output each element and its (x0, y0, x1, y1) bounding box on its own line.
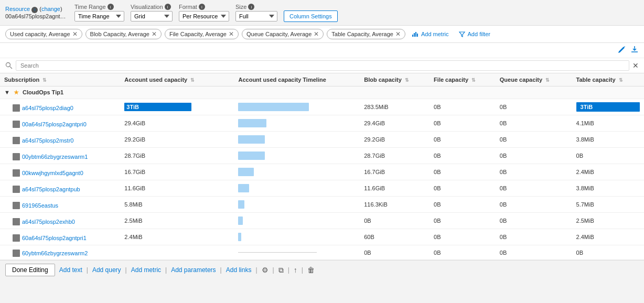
change-link[interactable]: change (41, 6, 60, 12)
filter-chip-close-1[interactable]: ✕ (152, 30, 157, 38)
cell-queue-0: 0B (496, 99, 572, 115)
sort-icon-file[interactable]: ⇅ (471, 78, 476, 83)
cell-used-capacity-val-8: 2.4MiB (120, 229, 234, 245)
resource-icon-7 (13, 218, 20, 225)
add-parameters-link[interactable]: Add parameters (171, 266, 216, 274)
resource-link-9[interactable]: 60ybtm66zbygrzeswarm2 (22, 250, 88, 256)
svg-rect-0 (412, 35, 413, 37)
filter-chip-1[interactable]: Blob Capacity, Average ✕ (85, 29, 162, 39)
resource-link-7[interactable]: a64sl75plosp2exhb0 (22, 219, 75, 225)
time-range-info-icon[interactable]: i (108, 4, 114, 10)
format-label: Format i (179, 4, 229, 10)
timeline-bar-8 (238, 232, 317, 242)
settings-icon[interactable]: ⚙ (262, 266, 269, 274)
timeline-fill-5 (238, 184, 249, 192)
cell-table-capacity-5: 3.8MiB (572, 180, 644, 197)
resource-info-icon[interactable]: i (31, 7, 38, 13)
timeline-bar-3 (238, 150, 317, 161)
add-links-link[interactable]: Add links (226, 266, 252, 274)
viz-info-icon[interactable]: i (165, 4, 171, 10)
cell-used-capacity-val-7: 2.5MiB (120, 213, 234, 229)
filter-chip-2[interactable]: File Capacity, Average ✕ (165, 29, 239, 39)
sort-icon-subscription[interactable]: ⇅ (42, 78, 47, 83)
search-icon (5, 62, 13, 69)
timeline-fill-6 (238, 200, 244, 209)
svg-rect-2 (415, 32, 416, 37)
cell-used-capacity-val-1: 29.4GiB (120, 115, 234, 132)
filter-chip-close-2[interactable]: ✕ (229, 30, 234, 38)
search-close-icon[interactable]: ✕ (632, 61, 639, 70)
resource-icon-8 (13, 234, 20, 242)
format-info-icon[interactable]: i (199, 4, 205, 10)
filter-chip-0[interactable]: Used capacity, Average ✕ (5, 29, 82, 39)
add-query-link[interactable]: Add query (92, 266, 121, 274)
move-up-icon[interactable]: ↑ (294, 266, 297, 274)
download-icon[interactable] (630, 45, 639, 56)
cell-file-9: 0B (430, 245, 496, 260)
cell-blob-7: 0B (360, 213, 430, 229)
cell-used-capacity-val-2: 29.2GiB (120, 132, 234, 148)
cell-timeline-6 (234, 197, 360, 213)
cell-subscription-1: 00a64sl75plosp2agntpri0 (0, 115, 120, 132)
time-range-select[interactable]: Time Range Last hour Last 24 hours Last … (74, 11, 124, 21)
edit-icon[interactable] (618, 45, 626, 56)
resource-icon-5 (13, 186, 20, 193)
resource-link-0[interactable]: a64sl75plosp2diag0 (22, 105, 73, 111)
sort-icon-queue[interactable]: ⇅ (545, 78, 550, 83)
cell-used-capacity-val-9 (120, 245, 234, 260)
search-input[interactable] (16, 60, 629, 71)
done-editing-button[interactable]: Done Editing (5, 264, 55, 276)
visualization-select[interactable]: Grid Chart Table (131, 11, 173, 21)
resource-link-4[interactable]: 00kwwjhgymlxd5gagnt0 (22, 170, 83, 176)
filter-chip-close-4[interactable]: ✕ (395, 30, 401, 38)
cell-blob-4: 16.7GiB (360, 164, 430, 180)
cell-subscription-3: 00ybtm66zbygrzeswarm1 (0, 148, 120, 164)
visualization-group: Visualization i Grid Chart Table (131, 4, 173, 21)
resource-value: 00a64sl75plosp2agntpri... (5, 13, 68, 19)
resource-link-1[interactable]: 00a64sl75plosp2agntpri0 (22, 121, 87, 127)
size-select[interactable]: Full Medium Small (235, 11, 277, 21)
bottom-bar: Done Editing Add text | Add query | Add … (0, 260, 644, 279)
cell-blob-3: 28.7GiB (360, 148, 430, 164)
add-text-link[interactable]: Add text (59, 266, 82, 274)
timeline-fill-7 (238, 217, 243, 225)
sort-icon-blob[interactable]: ⇅ (405, 78, 409, 83)
resource-link-6[interactable]: 691965eastus (22, 202, 58, 209)
cell-file-2: 0B (430, 132, 496, 148)
add-metric-button[interactable]: Add metric (409, 29, 452, 39)
cell-queue-1: 0B (496, 115, 572, 132)
copy-icon[interactable]: ⧉ (278, 266, 284, 275)
cell-table-capacity-4: 2.4MiB (572, 164, 644, 180)
format-select[interactable]: Per Resource Total Percentage (179, 11, 229, 21)
resource-link-5[interactable]: a64sl75plosp2agntpub (22, 186, 80, 192)
group-cell: ▼ ★ CloudOps Tip1 (0, 86, 644, 99)
column-settings-button[interactable]: Column Settings (284, 10, 338, 22)
resource-link-8[interactable]: 60a64sl75plosp2agntpri1 (22, 235, 87, 241)
resource-label: Resource i (change) (5, 6, 68, 13)
resource-link-3[interactable]: 00ybtm66zbygrzeswarm1 (22, 154, 88, 160)
sort-icon-used-capacity[interactable]: ⇅ (190, 78, 195, 83)
cell-table-capacity-1: 4.1MiB (572, 115, 644, 132)
table-row: 60a64sl75plosp2agntpri1 2.4MiB 60B0B0B2.… (0, 229, 644, 245)
filter-chip-close-3[interactable]: ✕ (314, 30, 319, 38)
resource-icon-9 (13, 250, 20, 257)
cell-timeline-8 (234, 229, 360, 245)
expand-icon[interactable]: ▼ (4, 89, 10, 95)
add-metric-link[interactable]: Add metric (131, 266, 161, 274)
cell-subscription-5: a64sl75plosp2agntpub (0, 180, 120, 197)
filter-chip-3[interactable]: Queue Capacity, Average ✕ (242, 29, 324, 39)
cell-subscription-0: a64sl75plosp2diag0 (0, 99, 120, 115)
timeline-fill-4 (238, 168, 254, 176)
filter-chip-4[interactable]: Table Capacity, Average ✕ (327, 29, 405, 39)
filter-chip-close-0[interactable]: ✕ (72, 30, 78, 38)
sort-icon-table[interactable]: ⇅ (619, 78, 623, 83)
cell-table-capacity-0: 3TiB (572, 99, 644, 115)
col-blob: Blob capacity ⇅ (360, 73, 430, 86)
col-file: File capacity ⇅ (430, 73, 496, 86)
size-info-icon[interactable]: i (248, 4, 254, 10)
table-row: 00ybtm66zbygrzeswarm1 28.7GiB 28.7GiB0B0… (0, 148, 644, 164)
add-filter-button[interactable]: Add filter (455, 29, 493, 39)
delete-icon[interactable]: 🗑 (307, 266, 315, 274)
resource-link-2[interactable]: a64sl75plosp2mstr0 (22, 137, 73, 144)
table-row: a64sl75plosp2agntpub 11.6GiB 11.6GiB0B0B… (0, 180, 644, 197)
